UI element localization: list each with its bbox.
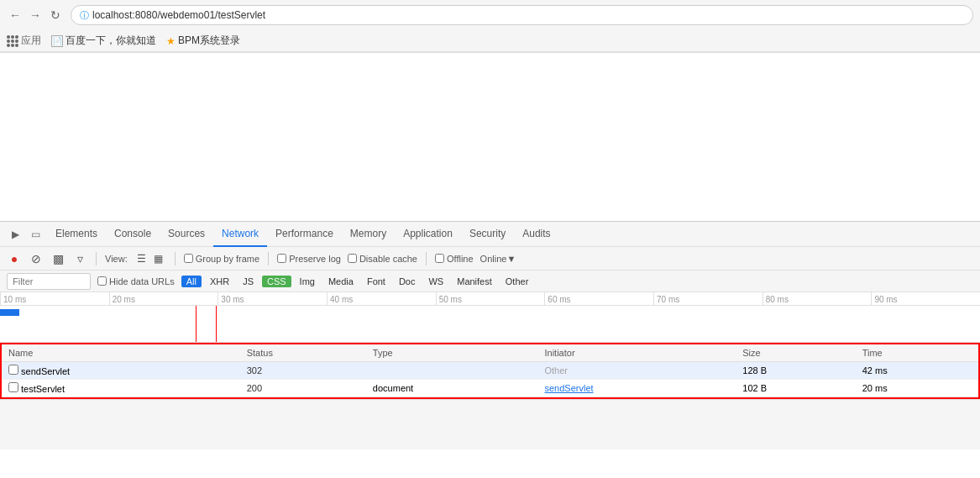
col-name[interactable]: Name	[2, 344, 240, 362]
filter-doc[interactable]: Doc	[394, 276, 421, 287]
address-bar[interactable]: ⓘ localhost:8080/webdemo01/testServlet	[71, 5, 973, 25]
row-size: 102 B	[736, 380, 855, 397]
tick-20ms: 20 ms	[109, 292, 218, 306]
table-row[interactable]: testServlet 200 document sendServlet 102…	[2, 380, 978, 397]
toolbar-separator4	[426, 252, 427, 265]
row-checkbox[interactable]	[8, 365, 18, 375]
tab-console[interactable]: Console	[106, 222, 160, 247]
tab-network[interactable]: Network	[213, 222, 267, 247]
filter-ws[interactable]: WS	[423, 276, 448, 287]
disable-cache-input[interactable]	[348, 254, 357, 263]
filter-manifest[interactable]: Manifest	[452, 276, 497, 287]
browser-toolbar: ← → ↻ ⓘ localhost:8080/webdemo01/testSer…	[0, 0, 980, 30]
offline-checkbox[interactable]: Offline	[435, 254, 474, 264]
filter-img[interactable]: Img	[295, 276, 320, 287]
star-icon: ★	[166, 35, 176, 47]
device-icon[interactable]: ▭	[27, 226, 44, 243]
filter-other[interactable]: Other	[500, 276, 534, 287]
record-button[interactable]: ●	[7, 251, 22, 266]
filter-js[interactable]: JS	[238, 276, 259, 287]
col-type[interactable]: Type	[366, 344, 538, 362]
toolbar-separator	[96, 252, 97, 265]
row-status: 302	[240, 362, 366, 380]
preserve-log-input[interactable]	[277, 254, 286, 263]
reload-button[interactable]: ↻	[47, 7, 64, 24]
lock-icon: ⓘ	[80, 9, 89, 22]
row-name: testServlet	[2, 380, 240, 397]
col-time[interactable]: Time	[856, 344, 978, 362]
back-button[interactable]: ←	[7, 7, 24, 24]
row-checkbox[interactable]	[8, 382, 18, 392]
toolbar-separator3	[268, 252, 269, 265]
col-status[interactable]: Status	[240, 344, 366, 362]
tick-60ms: 60 ms	[544, 292, 653, 306]
apps-icon[interactable]: 应用	[7, 34, 41, 48]
filter-all[interactable]: All	[181, 276, 202, 287]
disable-cache-checkbox[interactable]: Disable cache	[348, 254, 417, 264]
filter-xhr[interactable]: XHR	[205, 276, 234, 287]
tick-70ms: 70 ms	[653, 292, 763, 306]
tab-audits[interactable]: Audits	[514, 222, 558, 247]
main-content	[0, 53, 980, 221]
group-by-frame-checkbox[interactable]: Group by frame	[184, 254, 259, 264]
table-row[interactable]: sendServlet 302 Other 128 B 42 ms	[2, 362, 978, 380]
tick-80ms: 80 ms	[763, 292, 872, 306]
filter-css[interactable]: CSS	[262, 276, 291, 287]
row-type	[366, 362, 538, 380]
network-table: Name Status Type Initiator Size Time sen…	[2, 344, 978, 397]
offline-input[interactable]	[435, 254, 444, 263]
timeline-red-line2	[216, 306, 217, 342]
col-initiator[interactable]: Initiator	[538, 344, 736, 362]
network-toolbar: ● ⊘ ▩ ▿ View: ☰ ▦ Group by frame Preserv…	[0, 247, 980, 271]
filter-bar: Hide data URLs All XHR JS CSS Img Media …	[0, 271, 980, 292]
toolbar-separator2	[175, 252, 176, 265]
hide-data-urls-checkbox[interactable]: Hide data URLs	[97, 276, 175, 286]
bookmark-baidu-label: 百度一下，你就知道	[66, 34, 156, 48]
dropdown-arrow: ▼	[506, 254, 516, 264]
filter-font[interactable]: Font	[362, 276, 390, 287]
grid-view-icon[interactable]: ▦	[151, 251, 166, 266]
clear-button[interactable]: ⊘	[29, 251, 44, 266]
online-dropdown[interactable]: Online ▼	[480, 254, 516, 264]
url-text: localhost:8080/webdemo01/testServlet	[92, 9, 265, 21]
filter-input[interactable]	[7, 273, 91, 290]
row-initiator: sendServlet	[538, 380, 736, 397]
group-by-frame-input[interactable]	[184, 254, 193, 263]
row-time: 42 ms	[856, 362, 978, 380]
tab-memory[interactable]: Memory	[342, 222, 395, 247]
forward-button[interactable]: →	[27, 7, 44, 24]
inspect-icon[interactable]: ▶	[7, 226, 24, 243]
tab-security[interactable]: Security	[461, 222, 514, 247]
tick-30ms: 30 ms	[217, 292, 327, 306]
tab-performance[interactable]: Performance	[267, 222, 342, 247]
tab-elements[interactable]: Elements	[47, 222, 106, 247]
filter-media[interactable]: Media	[323, 276, 359, 287]
filter-button[interactable]: ▿	[72, 251, 87, 266]
bookmark-bpm[interactable]: ★ BPM系统登录	[166, 34, 240, 48]
timeline-blue-bar	[0, 309, 19, 316]
hide-data-urls-input[interactable]	[97, 276, 107, 286]
col-size[interactable]: Size	[736, 344, 855, 362]
apps-grid	[7, 35, 18, 47]
network-table-container: Name Status Type Initiator Size Time sen…	[0, 343, 980, 399]
bookmark-bpm-label: BPM系统登录	[178, 34, 240, 48]
timeline-ruler: 10 ms 20 ms 30 ms 40 ms 50 ms 60 ms 70 m…	[0, 292, 980, 306]
timeline: 10 ms 20 ms 30 ms 40 ms 50 ms 60 ms 70 m…	[0, 292, 980, 343]
bookmark-baidu[interactable]: 📄 百度一下，你就知道	[51, 34, 156, 48]
bottom-area	[0, 399, 980, 449]
devtools-panel: ▶ ▭ Elements Console Sources Network Per…	[0, 221, 980, 399]
tab-sources[interactable]: Sources	[160, 222, 213, 247]
tick-40ms: 40 ms	[327, 292, 436, 306]
browser-chrome: ← → ↻ ⓘ localhost:8080/webdemo01/testSer…	[0, 0, 980, 53]
camera-button[interactable]: ▩	[50, 251, 66, 266]
row-name: sendServlet	[2, 362, 240, 380]
nav-buttons: ← → ↻	[7, 7, 64, 24]
preserve-log-checkbox[interactable]: Preserve log	[277, 254, 341, 264]
tab-application[interactable]: Application	[395, 222, 461, 247]
tick-90ms: 90 ms	[871, 292, 980, 306]
timeline-red-line	[196, 306, 197, 342]
timeline-track	[0, 306, 980, 342]
view-icons: ☰ ▦	[134, 251, 166, 266]
list-view-icon[interactable]: ☰	[134, 251, 149, 266]
initiator-link[interactable]: sendServlet	[545, 383, 594, 393]
